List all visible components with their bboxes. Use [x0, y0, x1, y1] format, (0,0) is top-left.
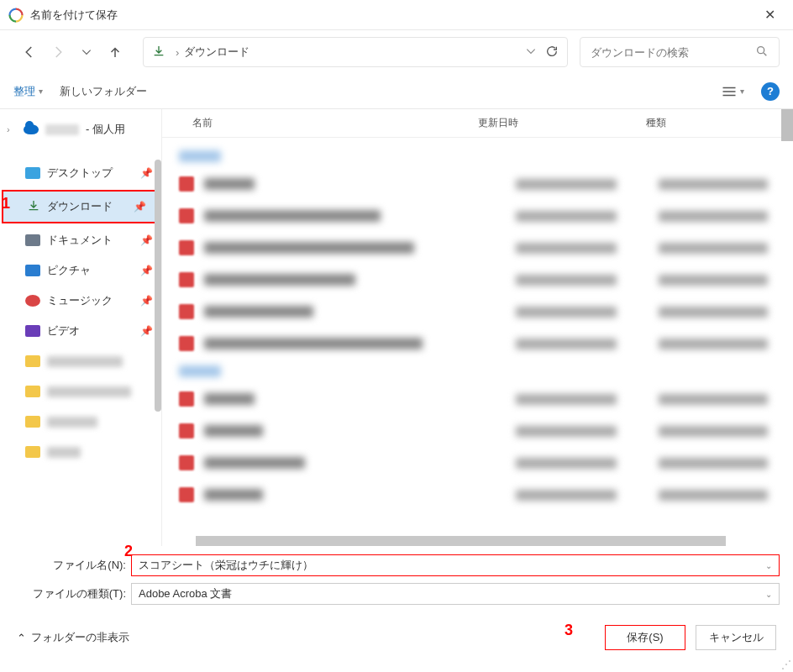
music-icon — [25, 295, 40, 307]
save-button[interactable]: 保存(S) — [605, 625, 685, 650]
pin-icon: 📌 — [140, 265, 153, 276]
sidebar-item-label: ダウンロード — [47, 199, 113, 214]
window-title: 名前を付けて保存 — [30, 8, 754, 23]
file-row[interactable] — [162, 479, 793, 511]
toolbar: 整理▾ 新しいフォルダー ▾ ? — [0, 74, 793, 109]
pin-icon: 📌 — [140, 234, 153, 246]
save-form: ファイル名(N): スコアシート（栄冠はウチに輝け） ⌄ ファイルの種類(T):… — [0, 546, 793, 613]
pin-icon: 📌 — [140, 295, 153, 307]
sidebar-item-redacted[interactable] — [0, 376, 161, 407]
download-icon — [152, 45, 165, 60]
chevron-right-icon[interactable]: › — [7, 124, 17, 134]
app-icon — [8, 8, 24, 23]
back-button[interactable] — [17, 39, 42, 65]
sidebar-item-label: ピクチャ — [47, 263, 91, 278]
sidebar-item-label: デスクトップ — [47, 165, 113, 181]
sidebar-item-onedrive[interactable]: › - 個人用 — [0, 114, 161, 144]
sidebar-item-label: ドキュメント — [47, 233, 113, 248]
title-bar: 名前を付けて保存 ✕ — [0, 0, 793, 30]
onedrive-suffix: - 個人用 — [86, 122, 125, 137]
resize-handle[interactable]: ⋰ — [781, 659, 791, 670]
sidebar-item-redacted[interactable] — [0, 346, 161, 376]
file-row[interactable] — [162, 168, 793, 200]
footer: ⌃ フォルダーの非表示 保存(S) キャンセル — [0, 613, 793, 662]
file-list[interactable] — [162, 138, 793, 517]
new-folder-button[interactable]: 新しいフォルダー — [60, 84, 147, 99]
filename-value: スコアシート（栄冠はウチに輝け） — [139, 558, 313, 573]
view-menu[interactable]: ▾ — [722, 86, 744, 97]
file-row[interactable] — [162, 447, 793, 479]
download-icon — [27, 199, 40, 215]
pictures-icon — [25, 265, 40, 276]
search-box[interactable] — [580, 37, 780, 67]
nav-bar: › ダウンロード — [0, 30, 793, 74]
redacted-text — [45, 124, 79, 135]
help-button[interactable]: ? — [761, 82, 780, 101]
filetype-label: ファイルの種類(T): — [13, 586, 131, 601]
pin-icon: 📌 — [134, 201, 146, 213]
search-icon — [755, 45, 769, 60]
svg-point-1 — [758, 46, 764, 53]
chevron-down-icon[interactable]: ⌄ — [765, 590, 772, 599]
cloud-icon — [24, 124, 39, 134]
refresh-button[interactable] — [545, 45, 559, 60]
close-button[interactable]: ✕ — [754, 0, 785, 30]
sidebar-item-pictures[interactable]: ピクチャ 📌 — [0, 255, 161, 286]
up-button[interactable] — [102, 39, 128, 65]
column-name[interactable]: 名前 — [162, 116, 465, 130]
file-row[interactable] — [162, 264, 793, 296]
file-row[interactable] — [162, 415, 793, 447]
file-row[interactable] — [162, 296, 793, 328]
file-row[interactable] — [162, 232, 793, 264]
sidebar-item-documents[interactable]: ドキュメント 📌 — [0, 225, 161, 255]
sidebar-item-downloads[interactable]: ダウンロード 📌 — [3, 192, 155, 222]
sidebar-scrollbar[interactable] — [155, 160, 161, 412]
sidebar-item-desktop[interactable]: デスクトップ 📌 — [0, 158, 161, 188]
organize-menu[interactable]: 整理▾ — [13, 84, 43, 99]
column-type[interactable]: 種類 — [633, 116, 793, 130]
hide-folders-button[interactable]: ⌃ フォルダーの非表示 — [17, 630, 129, 645]
sidebar-item-redacted[interactable] — [0, 437, 161, 467]
column-date[interactable]: 更新日時 — [465, 116, 633, 130]
annotation-1: 1 — [2, 195, 10, 213]
chevron-up-icon: ⌃ — [17, 632, 26, 644]
sidebar-item-label: ミュージック — [47, 293, 113, 308]
address-bar[interactable]: › ダウンロード — [143, 37, 568, 67]
file-group-header[interactable] — [162, 144, 793, 168]
pin-icon: 📌 — [140, 325, 153, 337]
filetype-field[interactable]: Adobe Acroba 文書 ⌄ — [131, 583, 780, 605]
chevron-right-icon: › — [176, 46, 179, 59]
pin-icon: 📌 — [140, 167, 153, 179]
address-dropdown[interactable] — [525, 45, 537, 60]
search-input[interactable] — [591, 46, 755, 59]
filename-field[interactable]: スコアシート（栄冠はウチに輝け） ⌄ — [131, 554, 780, 576]
forward-button[interactable] — [45, 39, 71, 65]
file-row[interactable] — [162, 328, 793, 360]
sidebar: › - 個人用 デスクトップ 📌 ダウンロード 📌 ドキュメント 📌 ピクチャ — [0, 109, 161, 546]
file-columns-header: 名前 更新日時 種類 — [162, 109, 793, 138]
chevron-down-icon[interactable]: ⌄ — [765, 561, 772, 570]
videos-icon — [25, 325, 40, 337]
file-row[interactable] — [162, 200, 793, 232]
filename-label: ファイル名(N): — [13, 558, 131, 573]
recent-dropdown[interactable] — [74, 39, 99, 65]
sidebar-item-videos[interactable]: ビデオ 📌 — [0, 316, 161, 346]
sidebar-item-redacted[interactable] — [0, 407, 161, 437]
file-area: 名前 更新日時 種類 — [161, 109, 793, 546]
address-location: ダウンロード — [184, 45, 249, 60]
filetype-value: Adobe Acroba 文書 — [139, 586, 232, 601]
file-scrollbar-v[interactable] — [781, 109, 793, 141]
documents-icon — [25, 234, 40, 246]
sidebar-item-label: ビデオ — [47, 323, 80, 339]
annotation-2: 2 — [124, 543, 133, 560]
cancel-button[interactable]: キャンセル — [696, 625, 776, 650]
file-scrollbar-h[interactable] — [196, 536, 726, 546]
file-group-header[interactable] — [162, 360, 793, 383]
file-row[interactable] — [162, 383, 793, 415]
annotation-3: 3 — [565, 622, 573, 639]
sidebar-item-music[interactable]: ミュージック 📌 — [0, 286, 161, 316]
desktop-icon — [25, 167, 40, 179]
